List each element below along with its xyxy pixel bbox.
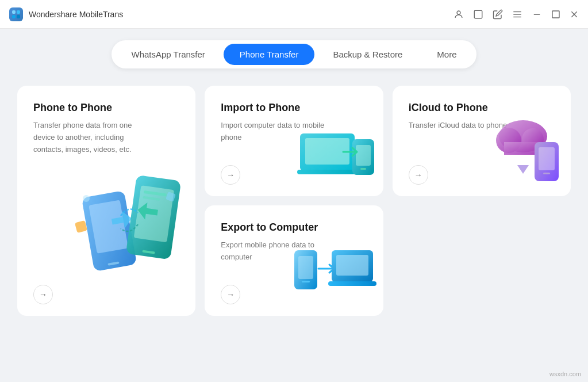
- card-export-to-computer[interactable]: Export to Computer Export mobile phone d…: [205, 205, 383, 316]
- svg-point-23: [83, 195, 90, 202]
- window-icon[interactable]: [473, 9, 483, 20]
- card-export-arrow[interactable]: →: [221, 285, 240, 304]
- maximize-button[interactable]: [551, 10, 560, 19]
- tab-backup[interactable]: Backup & Restore: [317, 44, 418, 65]
- card-phone-to-phone[interactable]: Phone to Phone Transfer phone data from …: [17, 86, 195, 316]
- titlebar-left: Wondershare MobileTrans: [9, 7, 123, 21]
- phone-to-phone-illustration: [69, 164, 190, 287]
- app-icon: [9, 7, 23, 21]
- titlebar-controls: [454, 9, 579, 20]
- svg-rect-1: [17, 10, 20, 14]
- svg-rect-39: [302, 281, 310, 282]
- card-phone-to-phone-title: Phone to Phone: [33, 102, 179, 114]
- svg-rect-3: [17, 15, 20, 18]
- svg-rect-10: [552, 11, 559, 18]
- card-export-title: Export to Computer: [221, 221, 367, 234]
- svg-rect-26: [297, 170, 358, 174]
- svg-rect-35: [539, 147, 555, 170]
- svg-rect-36: [543, 173, 550, 174]
- card-icloud-arrow[interactable]: →: [409, 165, 428, 185]
- nav-tabs: WhatsApp Transfer Phone Transfer Backup …: [112, 40, 476, 68]
- svg-rect-38: [298, 256, 313, 279]
- svg-rect-41: [336, 255, 368, 276]
- titlebar: Wondershare MobileTrans: [0, 0, 588, 29]
- tab-whatsapp[interactable]: WhatsApp Transfer: [115, 44, 221, 65]
- close-button[interactable]: [570, 10, 579, 19]
- tab-phone[interactable]: Phone Transfer: [224, 44, 315, 65]
- card-phone-to-phone-arrow[interactable]: →: [33, 285, 53, 304]
- account-icon[interactable]: [454, 9, 464, 20]
- edit-icon[interactable]: [493, 9, 503, 20]
- card-icloud-to-phone[interactable]: iCloud to Phone Transfer iCloud data to …: [393, 86, 571, 196]
- svg-rect-0: [12, 10, 16, 14]
- card-import-arrow[interactable]: →: [221, 165, 240, 185]
- import-illustration: [297, 116, 378, 188]
- export-illustration: [291, 233, 378, 307]
- app-name: Wondershare MobileTrans: [29, 10, 123, 19]
- main-content: WhatsApp Transfer Phone Transfer Backup …: [0, 29, 588, 382]
- minimize-button[interactable]: [532, 9, 542, 20]
- card-import-to-phone[interactable]: Import to Phone Import computer data to …: [205, 86, 383, 196]
- svg-rect-2: [12, 15, 16, 18]
- svg-point-4: [457, 11, 460, 14]
- tab-more[interactable]: More: [421, 44, 472, 65]
- watermark: wsxdn.com: [549, 370, 581, 377]
- menu-icon[interactable]: [512, 9, 522, 20]
- svg-rect-21: [75, 220, 87, 233]
- card-import-title: Import to Phone: [221, 102, 367, 114]
- svg-rect-28: [356, 145, 371, 166]
- svg-rect-42: [328, 281, 376, 286]
- icloud-illustration: [486, 110, 566, 188]
- cards-grid: Phone to Phone Transfer phone data from …: [17, 86, 571, 316]
- svg-rect-5: [474, 10, 482, 18]
- card-phone-to-phone-desc: Transfer phone data from one device to a…: [33, 120, 148, 155]
- svg-rect-29: [360, 168, 366, 170]
